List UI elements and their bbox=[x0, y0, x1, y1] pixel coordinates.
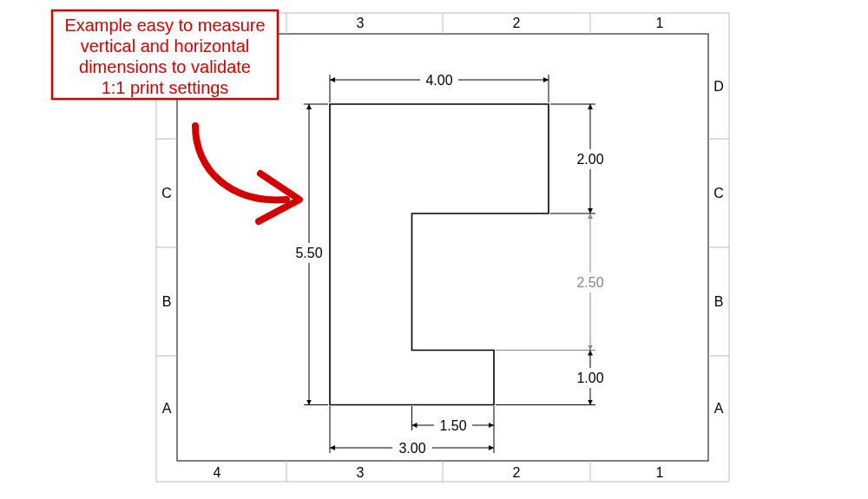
arrow-icon bbox=[195, 126, 286, 200]
dim-5-50-text: 5.50 bbox=[295, 246, 322, 260]
zone-row-r-C: C bbox=[713, 186, 724, 200]
zone-col-top-3: 3 bbox=[357, 16, 365, 30]
zone-col-bot-4: 4 bbox=[214, 465, 221, 480]
dim-4-00-text: 4.00 bbox=[425, 73, 452, 88]
dim-2-50: 2.50 bbox=[496, 213, 604, 351]
zone-row-r-B: B bbox=[714, 294, 724, 309]
zone-rows-left: C B A bbox=[156, 139, 177, 416]
dim-2-00-text: 2.00 bbox=[576, 152, 603, 167]
drawing-svg: 3 2 1 4 3 2 1 C B A D C B A bbox=[0, 0, 868, 499]
callout: Example easy to measure vertical and hor… bbox=[52, 10, 299, 221]
zone-col-bot-2: 2 bbox=[513, 465, 521, 480]
zone-row-l-A: A bbox=[162, 401, 172, 416]
dim-5-50: 5.50 bbox=[295, 104, 328, 405]
dim-1-50: 1.50 bbox=[412, 406, 495, 433]
dim-4-00: 4.00 bbox=[330, 73, 549, 102]
dim-1-00: 1.00 bbox=[496, 351, 604, 405]
dim-1-00-text: 1.00 bbox=[576, 371, 603, 385]
zone-col-top-2: 2 bbox=[513, 16, 521, 30]
zone-col-bot-3: 3 bbox=[357, 465, 365, 480]
zone-row-l-B: B bbox=[162, 294, 172, 309]
zone-row-l-C: C bbox=[161, 186, 172, 200]
callout-line3: dimensions to validate bbox=[79, 57, 251, 76]
dim-3-00-text: 3.00 bbox=[398, 441, 425, 456]
dim-1-50-text: 1.50 bbox=[439, 418, 466, 433]
dim-2-50-text: 2.50 bbox=[576, 275, 603, 290]
callout-line2: vertical and horizontal bbox=[81, 36, 250, 56]
zone-rows-right: D C B A bbox=[708, 79, 729, 416]
zone-col-top-1: 1 bbox=[656, 16, 664, 30]
callout-line4: 1:1 print settings bbox=[102, 78, 229, 97]
part-profile bbox=[330, 104, 549, 405]
zone-columns-top: 3 2 1 bbox=[286, 13, 664, 34]
callout-line1: Example easy to measure bbox=[64, 16, 265, 35]
zone-col-bot-1: 1 bbox=[656, 465, 664, 480]
zone-columns-bottom: 4 3 2 1 bbox=[214, 461, 664, 482]
dim-2-00: 2.00 bbox=[550, 104, 604, 213]
zone-row-r-A: A bbox=[714, 401, 724, 416]
zone-row-r-D: D bbox=[713, 79, 724, 94]
